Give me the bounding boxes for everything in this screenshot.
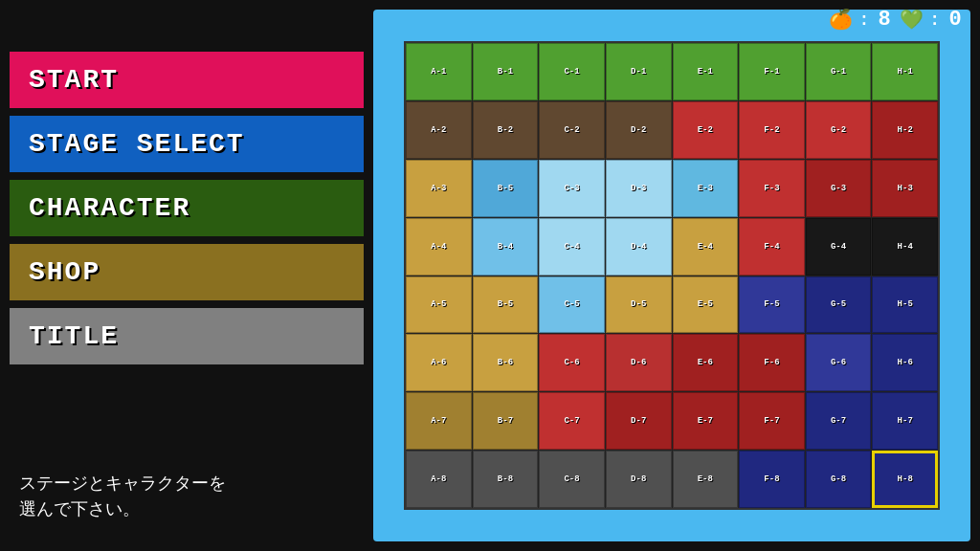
cell-B1[interactable]: B-1 (473, 43, 539, 100)
menu-item-start[interactable]: START (10, 52, 364, 108)
cell-E6[interactable]: E-6 (673, 334, 739, 391)
cell-H4[interactable]: H-4 (872, 218, 938, 276)
menu-label-character: CHARACTER (29, 193, 190, 223)
menu-item-shop[interactable]: SHOP (10, 244, 364, 300)
hud: 🍊 : 8 💚 : 0 (829, 8, 965, 32)
cell-B5[interactable]: B-5 (473, 276, 539, 334)
menu-label-title: TITLE (29, 321, 119, 351)
cell-G3[interactable]: G-3 (806, 160, 872, 217)
cell-H2[interactable]: H-2 (872, 101, 938, 159)
coin-icon: 🍊 (829, 8, 853, 32)
cell-B4[interactable]: B-4 (473, 218, 539, 276)
cell-E2[interactable]: E-2 (673, 101, 739, 159)
cell-H1[interactable]: H-1 (872, 43, 938, 100)
cell-D7[interactable]: D-7 (606, 392, 672, 450)
cell-B7[interactable]: B-7 (473, 392, 539, 450)
menu-item-character[interactable]: CHARACTER (10, 180, 364, 236)
cell-D6[interactable]: D-6 (606, 334, 672, 391)
coin-separator: : (858, 11, 869, 30)
cell-G5[interactable]: G-5 (806, 276, 872, 334)
cell-G1[interactable]: G-1 (806, 43, 872, 100)
cell-D1[interactable]: D-1 (606, 43, 672, 100)
cell-B6[interactable]: B-6 (473, 334, 539, 391)
cell-A4[interactable]: A-4 (406, 218, 472, 276)
cell-A8[interactable]: A-8 (406, 451, 472, 508)
cell-D4[interactable]: D-4 (606, 218, 672, 276)
cell-E5[interactable]: E-5 (673, 276, 739, 334)
menu-item-title[interactable]: TITLE (10, 308, 364, 364)
coin-value: 8 (875, 8, 894, 32)
cell-E3[interactable]: E-3 (673, 160, 739, 217)
cell-C1[interactable]: C-1 (539, 43, 605, 100)
cell-C5[interactable]: C-5 (539, 276, 605, 334)
cell-C4[interactable]: C-4 (539, 218, 605, 276)
hint-line1: ステージとキャラクターを (19, 474, 226, 493)
cell-C7[interactable]: C-7 (539, 392, 605, 450)
cell-C8[interactable]: C-8 (539, 451, 605, 508)
gem-icon: 💚 (900, 8, 924, 32)
cell-G2[interactable]: G-2 (806, 101, 872, 159)
hint-text: ステージとキャラクターを 選んで下さい。 (19, 471, 226, 522)
cell-G4[interactable]: G-4 (806, 218, 872, 276)
stage-grid: A-1 B-1 C-1 D-1 E-1 F-1 G-1 H-1 A-2 B-2 … (404, 41, 940, 510)
cell-B2[interactable]: B-2 (473, 101, 539, 159)
cell-A7[interactable]: A-7 (406, 392, 472, 450)
cell-F6[interactable]: F-6 (739, 334, 805, 391)
cell-B8[interactable]: B-8 (473, 451, 539, 508)
cell-D2[interactable]: D-2 (606, 101, 672, 159)
cell-A3[interactable]: A-3 (406, 160, 472, 217)
cell-F8[interactable]: F-8 (739, 451, 805, 508)
gem-separator: : (929, 11, 940, 30)
cell-D5[interactable]: D-5 (606, 276, 672, 334)
map-panel: A-1 B-1 C-1 D-1 E-1 F-1 G-1 H-1 A-2 B-2 … (373, 10, 970, 541)
cell-A2[interactable]: A-2 (406, 101, 472, 159)
cell-H5[interactable]: H-5 (872, 276, 938, 334)
cell-E8[interactable]: E-8 (673, 451, 739, 508)
cell-F7[interactable]: F-7 (739, 392, 805, 450)
cell-C6[interactable]: C-6 (539, 334, 605, 391)
menu-label-start: START (29, 65, 119, 95)
cell-D3[interactable]: D-3 (606, 160, 672, 217)
cell-H6[interactable]: H-6 (872, 334, 938, 391)
cell-G8[interactable]: G-8 (806, 451, 872, 508)
gem-value: 0 (946, 8, 965, 32)
cell-F2[interactable]: F-2 (739, 101, 805, 159)
cell-G6[interactable]: G-6 (806, 334, 872, 391)
cell-F5[interactable]: F-5 (739, 276, 805, 334)
menu-item-stage-select[interactable]: STAGE SELECT (10, 116, 364, 172)
cell-B3[interactable]: B-5 (473, 160, 539, 217)
cell-C3[interactable]: C-3 (539, 160, 605, 217)
cell-C2[interactable]: C-2 (539, 101, 605, 159)
cell-H7[interactable]: H-7 (872, 392, 938, 450)
cell-A1[interactable]: A-1 (406, 43, 472, 100)
cell-E7[interactable]: E-7 (673, 392, 739, 450)
cell-F3[interactable]: F-3 (739, 160, 805, 217)
cell-D8[interactable]: D-8 (606, 451, 672, 508)
menu-label-stage-select: STAGE SELECT (29, 129, 245, 159)
cell-E1[interactable]: E-1 (673, 43, 739, 100)
cell-A5[interactable]: A-5 (406, 276, 472, 334)
hint-line2: 選んで下さい。 (19, 499, 140, 518)
cell-G7[interactable]: G-7 (806, 392, 872, 450)
main-menu: START STAGE SELECT CHARACTER SHOP TITLE … (0, 0, 373, 551)
cell-F4[interactable]: F-4 (739, 218, 805, 276)
cell-H8[interactable]: H-8 (872, 451, 938, 508)
cell-H3[interactable]: H-3 (872, 160, 938, 217)
cell-A6[interactable]: A-6 (406, 334, 472, 391)
game-screen: 🍊 : 8 💚 : 0 START STAGE SELECT CHARACTER… (0, 0, 980, 551)
cell-E4[interactable]: E-4 (673, 218, 739, 276)
menu-label-shop: SHOP (29, 257, 100, 287)
cell-F1[interactable]: F-1 (739, 43, 805, 100)
